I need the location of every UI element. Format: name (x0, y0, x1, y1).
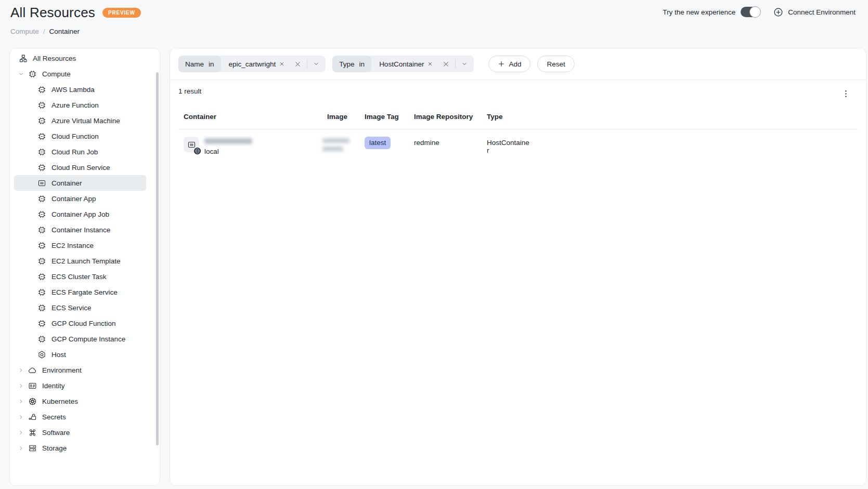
chip-icon (37, 116, 46, 125)
table-row[interactable]: local latest redmine HostContainer (178, 129, 858, 163)
new-experience-label: Try the new experience (663, 8, 735, 16)
sidebar-item-label: ECS Service (51, 304, 92, 312)
connect-environment-button[interactable]: Connect Environment (773, 7, 856, 17)
chevron-right-icon (18, 414, 28, 420)
results-bar: 1 result (170, 80, 866, 95)
server-icon (28, 443, 37, 453)
sidebar-nav: All ResourcesComputeAWS LambdaAzure Func… (10, 50, 160, 456)
sidebar-item-label: Container Instance (51, 226, 110, 234)
sidebar-item-label: ECS Fargate Service (51, 288, 118, 296)
breadcrumb-container: Container (49, 28, 80, 35)
sidebar-item-label: Cloud Run Job (51, 148, 98, 156)
chevron-right-icon (18, 367, 28, 373)
add-filter-button[interactable]: Add (488, 56, 530, 72)
sidebar-item-label: Azure Function (51, 101, 99, 109)
chevron-right-icon (18, 445, 28, 451)
toggle-knob (749, 6, 761, 18)
chip-icon (37, 241, 46, 250)
filter-bar: Name in epic_cartwright (170, 48, 866, 80)
sidebar-item-label: EC2 Launch Template (51, 257, 121, 265)
sidebar-item-ecs-cluster-task[interactable]: ECS Cluster Task (10, 269, 160, 284)
filter-value-label: HostContainer (379, 60, 424, 68)
sidebar-item-azure-virtual-machine[interactable]: Azure Virtual Machine (10, 113, 160, 128)
container-icon (37, 178, 46, 188)
sidebar-item-label: Container (51, 179, 82, 187)
sidebar-item-cloud-function[interactable]: Cloud Function (10, 128, 160, 144)
sidebar-item-label: Environment (42, 366, 82, 374)
chevron-right-icon (18, 383, 28, 389)
sidebar-item-label: Azure Virtual Machine (51, 117, 120, 125)
sidebar-item-identity[interactable]: Identity (10, 378, 160, 393)
sidebar-item-label: Container App Job (51, 210, 109, 218)
chevron-right-icon (18, 430, 28, 435)
sidebar-item-container-app[interactable]: Container App (10, 191, 160, 206)
chevron-down-icon[interactable] (456, 61, 474, 67)
chip-icon (37, 85, 46, 94)
filter-chip-field: Name in (178, 56, 221, 72)
table-header-row: Container Image Image Tag Image Reposito… (178, 113, 858, 129)
remove-filter-button[interactable] (437, 61, 455, 68)
reset-filters-button[interactable]: Reset (537, 56, 574, 72)
sidebar-item-container-instance[interactable]: Container Instance (10, 222, 160, 237)
sidebar-item-azure-function[interactable]: Azure Function (10, 97, 160, 113)
filter-operator-label: in (359, 60, 365, 68)
chip-icon (37, 131, 46, 141)
remove-filter-button[interactable] (289, 61, 307, 68)
sidebar-item-environment[interactable]: Environment (10, 362, 160, 378)
new-experience-toggle[interactable] (741, 7, 760, 17)
sidebar-item-label: ECS Cluster Task (51, 273, 107, 281)
chip-icon (37, 194, 46, 203)
sidebar-item-gcp-compute-instance[interactable]: GCP Compute Instance (10, 331, 160, 347)
sidebar-item-host[interactable]: Host (10, 347, 160, 362)
chip-icon (28, 69, 37, 78)
sidebar-item-all-resources[interactable]: All Resources (10, 50, 160, 66)
sidebar-item-kubernetes[interactable]: Kubernetes (10, 393, 160, 409)
sidebar-item-label: Kubernetes (42, 398, 78, 405)
chip-icon (37, 100, 46, 110)
sidebar-item-ec2-instance[interactable]: EC2 Instance (10, 237, 160, 253)
sidebar-item-secrets[interactable]: Secrets (10, 409, 160, 425)
globe-badge-icon (193, 147, 202, 155)
column-header-image: Image (327, 113, 365, 121)
chip-icon (37, 334, 46, 343)
reset-filters-label: Reset (547, 60, 565, 68)
breadcrumb-compute[interactable]: Compute (10, 28, 39, 35)
sidebar-item-label: All Resources (33, 55, 76, 62)
results-panel: Name in epic_cartwright (170, 48, 866, 486)
sidebar-item-storage[interactable]: Storage (10, 440, 160, 456)
sidebar-item-software[interactable]: Software (10, 425, 160, 440)
image-repository-cell: redmine (414, 137, 487, 147)
sitemap-icon (18, 54, 28, 63)
sidebar-scrollbar[interactable] (156, 72, 159, 445)
sidebar-item-label: GCP Cloud Function (51, 320, 116, 327)
chip-icon (37, 256, 46, 266)
sidebar-item-cloud-run-service[interactable]: Cloud Run Service (10, 160, 160, 175)
add-filter-label: Add (509, 60, 521, 68)
page-header: All Resources PREVIEW Compute / Containe… (10, 0, 856, 46)
breadcrumb: Compute / Container (10, 28, 856, 35)
sidebar-item-compute[interactable]: Compute (10, 66, 160, 82)
filter-chip-type: Type in HostContainer (332, 56, 474, 72)
sidebar-item-container[interactable]: Container (14, 175, 146, 191)
sidebar-item-aws-lambda[interactable]: AWS Lambda (10, 82, 160, 97)
table-options-button[interactable] (840, 87, 851, 100)
remove-value-x-icon[interactable] (427, 61, 433, 67)
breadcrumb-separator: / (43, 28, 45, 35)
filter-chip-name: Name in epic_cartwright (178, 56, 326, 72)
key-lock-icon (28, 412, 37, 421)
container-resource-icon (184, 137, 199, 152)
image-tag-cell: latest (365, 137, 414, 149)
remove-value-x-icon[interactable] (279, 61, 284, 67)
sidebar-item-gcp-cloud-function[interactable]: GCP Cloud Function (10, 315, 160, 331)
type-cell: HostContainer (487, 137, 530, 154)
id-card-icon (28, 381, 37, 390)
sidebar-item-label: Storage (42, 444, 67, 452)
sidebar-item-ecs-fargate-service[interactable]: ECS Fargate Service (10, 284, 160, 300)
result-count: 1 result (178, 87, 201, 95)
sidebar-item-cloud-run-job[interactable]: Cloud Run Job (10, 144, 160, 160)
sidebar-item-container-app-job[interactable]: Container App Job (10, 206, 160, 222)
sidebar-item-ec2-launch-template[interactable]: EC2 Launch Template (10, 253, 160, 269)
sidebar-item-ecs-service[interactable]: ECS Service (10, 300, 160, 315)
chevron-down-icon[interactable] (307, 61, 326, 67)
chip-icon (37, 319, 46, 328)
